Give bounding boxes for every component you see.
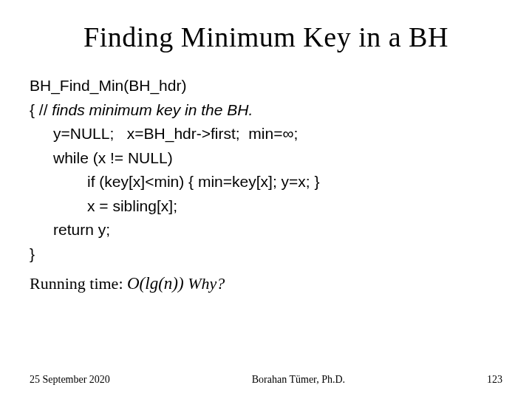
running-why: Why? [184, 274, 225, 293]
slide-footer: 25 September 2020 Borahan Tümer, Ph.D. 1… [30, 374, 502, 386]
running-time: Running time: O(lg(n)) Why? [30, 270, 502, 297]
footer-author: Borahan Tümer, Ph.D. [252, 374, 345, 386]
code-line: { // finds minimum key in the BH. [30, 98, 502, 123]
code-line: while (x != NULL) [30, 146, 502, 171]
code-block: BH_Find_Min(BH_hdr) { // finds minimum k… [30, 74, 502, 297]
code-line: return y; [30, 218, 502, 242]
code-comment: finds minimum key in the BH. [52, 101, 253, 118]
running-prefix: Running time: [30, 274, 127, 293]
code-line: if (key[x]<min) { min=key[x]; y=x; } [30, 170, 502, 194]
complexity: O(lg(n)) [127, 274, 184, 293]
footer-date: 25 September 2020 [30, 374, 110, 386]
slide-title: Finding Minimum Key in a BH [30, 21, 502, 53]
code-text: { // [30, 101, 52, 118]
code-line: BH_Find_Min(BH_hdr) [30, 74, 502, 98]
slide-content: Finding Minimum Key in a BH BH_Find_Min(… [0, 0, 532, 297]
code-line: } [30, 242, 502, 267]
code-line: x = sibling[x]; [30, 194, 502, 219]
code-line: y=NULL; x=BH_hdr->first; min=∞; [30, 122, 502, 146]
footer-page: 123 [487, 374, 502, 386]
